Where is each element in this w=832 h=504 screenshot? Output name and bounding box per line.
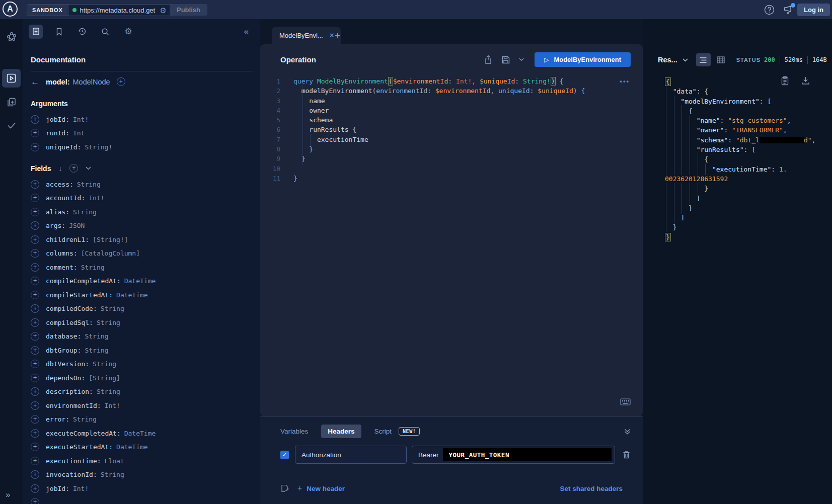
add-to-query-icon[interactable]: + [31,457,39,465]
add-field-to-query-icon[interactable]: + [117,77,125,86]
login-button[interactable]: Log in [797,4,830,16]
bookmarks-icon[interactable] [52,25,66,39]
add-all-fields-icon[interactable]: + [69,164,78,173]
field-row[interactable]: +compiledSql:String [31,318,248,327]
table-view-toggle-icon[interactable] [714,53,728,66]
new-tab-icon[interactable]: + [335,31,340,40]
field-row[interactable]: +dbtVersion:String [31,360,248,369]
field-row[interactable]: +executeStartedAt:DateTime [31,443,248,452]
field-row[interactable]: +invocationId:String [31,470,248,479]
auth-token-value[interactable]: YOUR_AUTH_TOKEN [443,448,612,461]
add-to-query-icon[interactable]: + [31,415,39,424]
search-icon[interactable] [98,25,112,39]
add-to-query-icon[interactable]: + [31,443,39,451]
field-row[interactable]: +dependsOn:[String] [31,373,248,382]
settings-icon[interactable]: ⚙ [121,25,135,39]
field-row[interactable]: +alias:String [31,207,248,216]
add-to-query-icon[interactable]: + [31,346,39,355]
add-to-query-icon[interactable]: + [31,470,39,479]
add-to-query-icon[interactable]: + [31,221,39,230]
history-icon[interactable] [75,25,89,39]
endpoint-settings-icon[interactable]: ⚙ [160,7,167,14]
new-header-button[interactable]: + New header [297,484,345,493]
add-to-query-icon[interactable]: + [31,429,39,438]
field-row[interactable]: +compileStartedAt:DateTime [31,290,248,299]
field-row[interactable]: +database:String [31,332,248,341]
add-to-query-icon[interactable]: + [31,194,39,202]
add-to-query-icon[interactable]: + [31,208,39,216]
announcements-icon[interactable] [783,5,794,15]
keyboard-shortcuts-icon[interactable] [620,398,631,405]
response-dropdown-chevron-icon[interactable] [683,58,688,62]
checks-icon[interactable] [2,116,21,134]
sandbox-badge[interactable]: SANDBOX [27,5,68,16]
delete-header-icon[interactable] [622,450,631,459]
add-to-query-icon[interactable]: + [31,304,39,313]
collapse-panel-icon[interactable] [624,429,631,435]
field-row[interactable]: +compiledCode:String [31,304,248,313]
field-row[interactable]: +error:String [31,415,248,424]
add-to-query-icon[interactable]: + [31,387,39,396]
schema-graph-icon[interactable] [2,27,21,46]
add-to-query-icon[interactable]: + [31,484,39,493]
field-row[interactable]: +compileCompletedAt:DateTime [31,277,248,286]
field-row[interactable]: +accountId:Int! [31,194,248,203]
field-row[interactable]: +childrenL1:[String!] [31,235,248,244]
collapse-docs-icon[interactable]: « [244,27,249,37]
field-row[interactable]: +jobId:Int! [31,484,248,493]
add-to-query-icon[interactable]: + [31,332,39,341]
response-json-viewer[interactable]: { "data": { "modelByEnvironment": [ { "n… [665,77,830,242]
save-operation-icon[interactable] [501,55,510,64]
field-row[interactable]: +access:String [31,180,248,189]
header-value-field[interactable]: Bearer YOUR_AUTH_TOKEN [412,446,615,464]
back-arrow-icon[interactable]: ← [31,77,39,86]
formatted-view-toggle-icon[interactable] [696,53,711,66]
add-to-query-icon[interactable]: + [31,401,39,410]
add-to-query-icon[interactable]: + [31,263,39,272]
run-operation-button[interactable]: ▷ ModelByEnvironment [535,52,631,67]
add-to-query-icon[interactable]: + [31,180,39,189]
argument-row[interactable]: +runId:Int [31,129,248,138]
add-to-query-icon[interactable]: + [31,318,39,327]
apollo-logo-icon[interactable]: A [3,2,18,17]
field-row[interactable]: +executeCompletedAt:DateTime [31,429,248,438]
set-shared-headers-link[interactable]: Set shared headers [560,485,623,492]
tab-headers[interactable]: Headers [321,425,361,438]
graphql-editor[interactable]: 1query ModelByEnvironment($environmentId… [260,72,623,183]
chevron-down-icon[interactable] [86,166,91,170]
add-to-query-icon[interactable]: + [31,291,39,299]
add-to-query-icon[interactable]: + [31,277,39,285]
add-to-query-icon[interactable]: + [31,498,39,504]
endpoint-url-box[interactable]: https://metadata.cloud.get ⚙ [68,5,173,16]
operation-tab[interactable]: ModelByEnvi... ✕ [272,27,341,44]
tab-script[interactable]: Script [374,428,392,435]
add-to-query-icon[interactable]: + [31,115,39,124]
field-row[interactable]: +environmentId:Int! [31,401,248,410]
tab-variables[interactable]: Variables [280,428,308,435]
field-row[interactable]: +columns:[CatalogColumn] [31,249,248,258]
add-to-query-icon[interactable]: + [31,360,39,368]
sort-fields-icon[interactable]: ↓ [58,164,62,173]
field-row[interactable]: +executionTime:Float [31,456,248,465]
explorer-icon[interactable] [2,69,21,88]
field-row[interactable]: +dbtGroup:String [31,346,248,355]
publish-button[interactable]: Publish [170,4,207,16]
breadcrumb-type-link[interactable]: ModelNode [73,78,110,86]
save-menu-chevron-icon[interactable] [519,58,524,61]
add-to-query-icon[interactable]: + [31,129,39,137]
field-row[interactable]: +args:JSON [31,221,248,230]
add-to-query-icon[interactable]: + [31,235,39,244]
share-operation-icon[interactable] [484,55,493,64]
header-enabled-checkbox[interactable]: ✓ [280,451,289,459]
documentation-tab-icon[interactable] [29,25,43,39]
operation-collections-icon[interactable] [2,93,21,111]
add-to-query-icon[interactable]: + [31,249,39,258]
header-key-input[interactable] [295,446,407,464]
response-dropdown[interactable]: Res... [658,56,677,64]
field-row[interactable]: + [31,498,248,504]
add-to-query-icon[interactable]: + [31,374,39,382]
field-row[interactable]: +comment:String [31,263,248,272]
endpoint-url[interactable]: https://metadata.cloud.get [80,7,157,14]
argument-row[interactable]: +jobId:Int! [31,115,248,124]
field-row[interactable]: +description:String [31,387,248,396]
